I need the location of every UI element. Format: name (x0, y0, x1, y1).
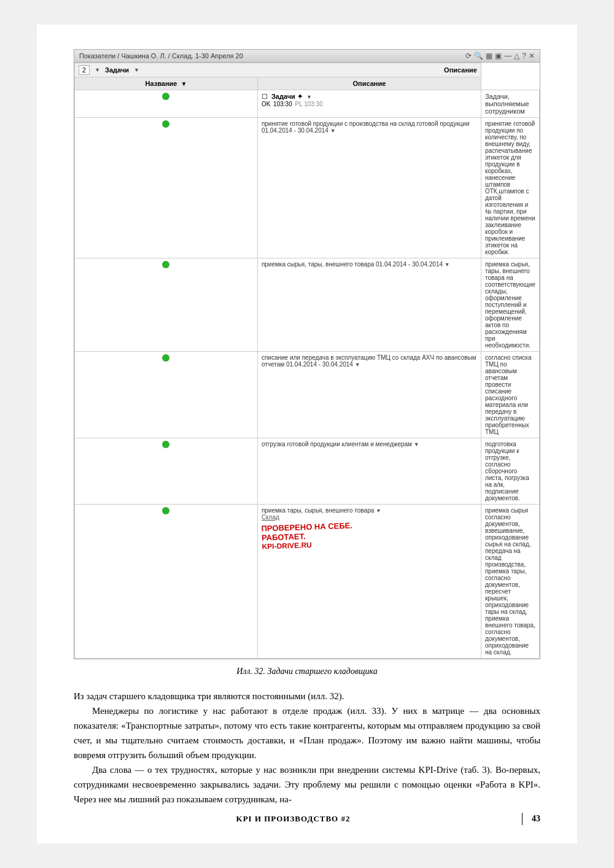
dot-cell-2 (75, 258, 258, 352)
tasks-dropdown[interactable]: ▼ (306, 94, 312, 100)
pl-label: PL (295, 101, 302, 107)
dot-cell-main (75, 90, 258, 118)
tasks-main-row: ☐ Задачи ✦ ▼ OK 103:30 PL 103:30 Задачи,… (75, 90, 540, 118)
search-icon[interactable]: 🔍 (474, 52, 483, 60)
task-name-text-4: отгрузка готовой продукции клиентам и ме… (262, 441, 412, 448)
paragraph-3: Два слова — о тех трудностях, которые у … (74, 762, 540, 807)
footer-divider (522, 813, 523, 825)
table-row: приемка тары, сырья, внешнего товара ▼ С… (75, 505, 540, 659)
tasks-main-cell: ☐ Задачи ✦ ▼ OK 103:30 PL 103:30 (257, 90, 481, 118)
tasks-main-desc: Задачи, выполняемые сотрудником (481, 90, 539, 118)
close-icon[interactable]: ✕ (529, 52, 535, 60)
sklads-label: Склад (262, 514, 279, 521)
tasks-label[interactable]: Задачи (105, 66, 129, 74)
toolbar-content: 2 ▼ Задачи ▼ Описание (79, 65, 477, 75)
dot-cell-1 (75, 118, 258, 258)
grid-icon[interactable]: ▦ (486, 52, 492, 60)
green-dot-3 (162, 354, 169, 362)
task-dropdown-5[interactable]: ▼ (376, 508, 381, 514)
kpi-table: 2 ▼ Задачи ▼ Описание Название ▼ (74, 63, 540, 659)
task-dropdown-4[interactable]: ▼ (414, 441, 419, 448)
minimize-icon[interactable]: — (504, 52, 511, 60)
table-row: приемка сырья, тары, внешнего товара 01.… (75, 258, 540, 352)
figure-caption: Илл. 32. Задачи старшего кладовщика (74, 667, 540, 676)
tasks-main-name: Задачи ✦ (271, 93, 303, 101)
task-scores: OK 103:30 PL 103:30 (262, 101, 477, 107)
green-dot-main (162, 93, 169, 100)
task-dropdown-3[interactable]: ▼ (355, 362, 360, 368)
green-dot-4 (162, 441, 169, 448)
task-name-text-1: принятие готовой продукции с производств… (262, 120, 470, 134)
task-name-text-3: списание или передача в эксплуатацию ТМЦ… (262, 354, 476, 368)
task-desc-1: принятие готовой продукции по количеству… (481, 118, 539, 258)
table-row: списание или передача в эксплуатацию ТМЦ… (75, 352, 540, 438)
task-desc-2: приемка сырья, тары, внешнего товара на … (481, 258, 539, 352)
refresh-icon[interactable]: ⟳ (465, 52, 472, 60)
table-row: принятие готовой продукции с производств… (75, 118, 540, 258)
table-icon[interactable]: ▣ (495, 52, 502, 60)
dot-cell-4 (75, 438, 258, 505)
green-dot-5 (162, 507, 169, 514)
column-headers-row: Название ▼ Описание (75, 77, 540, 90)
task-name-text-2: приемка сырья, тары, внешнего товара 01.… (262, 261, 443, 268)
dot-cell-3 (75, 352, 258, 438)
ok-label: OK (262, 101, 270, 107)
footer-page: 43 (532, 814, 540, 824)
task-desc-4: подготовка продукции к отгрузке, согласн… (481, 438, 539, 505)
help-icon[interactable]: ? (522, 52, 526, 60)
task-name-4: отгрузка готовой продукции клиентам и ме… (257, 438, 481, 505)
col-name-header: Название ▼ (75, 77, 258, 90)
window-controls[interactable]: ⟳ 🔍 ▦ ▣ — △ ? ✕ (465, 52, 535, 60)
num-badge[interactable]: 2 (79, 65, 90, 75)
task-name-3: списание или передача в эксплуатацию ТМЦ… (257, 352, 481, 438)
green-dot-1 (162, 120, 169, 128)
paragraph-2: Менеджеры по логистике у нас работают в … (74, 703, 540, 762)
screenshot-window: Показатели / Чашкина О. Л. / Склад. 1-30… (74, 49, 540, 659)
page-footer: KPI И ПРОИЗВОДСТВО #2 43 (37, 813, 577, 825)
body-text: Из задач старшего кладовщика три являютс… (74, 689, 540, 807)
col-name-label: Название (145, 80, 177, 87)
window-titlebar: Показатели / Чашкина О. Л. / Склад. 1-30… (74, 50, 540, 63)
task-name-1: принятие готовой продукции с производств… (257, 118, 481, 258)
col-desc-header: Описание (257, 77, 481, 90)
task-desc-5: приемка сырья согласно документов, взвеш… (481, 505, 539, 659)
description-header: Описание (444, 66, 477, 74)
footer-title: KPI И ПРОИЗВОДСТВО #2 (74, 814, 513, 824)
restore-icon[interactable]: △ (514, 52, 519, 60)
task-dropdown-2[interactable]: ▼ (445, 262, 450, 268)
task-desc-3: согласно списка ТМЦ по авансовым отчетам… (481, 352, 539, 438)
sort-arrow[interactable]: ▼ (181, 80, 187, 87)
dropdown-arrow-2[interactable]: ▼ (134, 67, 139, 73)
window-title: Показатели / Чашкина О. Л. / Склад. 1-30… (79, 52, 465, 60)
ok-value: 103:30 (273, 101, 292, 107)
paragraph-1: Из задач старшего кладовщика три являютс… (74, 689, 540, 703)
pl-value: 103:30 (304, 101, 323, 107)
dot-cell-5 (75, 505, 258, 659)
task-name-2: приемка сырья, тары, внешнего товара 01.… (257, 258, 481, 352)
task-name-5: приемка тары, сырья, внешнего товара ▼ С… (257, 505, 481, 659)
table-row: отгрузка готовой продукции клиентам и ме… (75, 438, 540, 505)
toolbar-cell: 2 ▼ Задачи ▼ Описание (75, 63, 481, 77)
task-name-part1: приемка тары, сырья, внешнего товара (262, 507, 374, 514)
task-dropdown-1[interactable]: ▼ (330, 128, 336, 134)
green-dot-2 (162, 261, 169, 268)
dropdown-arrow-1[interactable]: ▼ (95, 67, 100, 73)
page: Показатели / Чашкина О. Л. / Склад. 1-30… (37, 25, 577, 843)
toolbar-row: 2 ▼ Задачи ▼ Описание (75, 63, 540, 77)
